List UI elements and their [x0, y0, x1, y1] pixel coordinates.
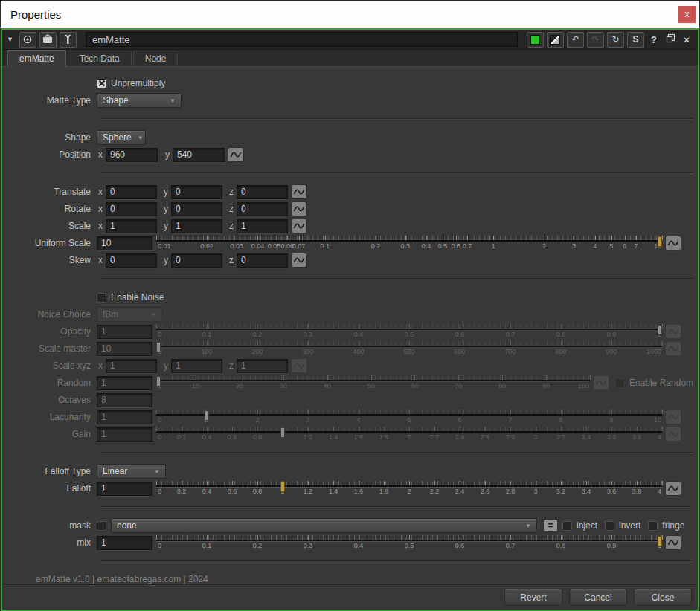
falloff-label: Falloff	[7, 483, 97, 494]
script-button[interactable]: S	[627, 32, 644, 48]
button-label: Cancel	[584, 592, 611, 603]
fringe-checkbox[interactable]	[648, 521, 658, 531]
slider-tick	[586, 427, 587, 431]
uniform-scale-field[interactable]	[97, 236, 152, 250]
help-button[interactable]: ?	[647, 34, 661, 45]
slider-tick	[409, 427, 410, 431]
translate-y-field[interactable]	[171, 185, 222, 199]
falloff-animation-button[interactable]	[665, 481, 681, 496]
inject-checkbox[interactable]	[562, 521, 572, 531]
center-node-button[interactable]	[19, 32, 36, 48]
axis-z-label: z	[229, 204, 234, 214]
slider-tick	[611, 535, 612, 540]
slider-tick	[637, 427, 638, 431]
slider-tick-label: 10	[192, 382, 199, 389]
slider-handle[interactable]	[658, 236, 662, 247]
slider-tick-label: 1	[492, 242, 495, 250]
scale-master-label: Scale master	[7, 343, 97, 354]
translate-z-field[interactable]	[237, 185, 288, 199]
mix-animation-button[interactable]	[665, 535, 681, 550]
revert-button[interactable]: Revert	[504, 589, 562, 606]
slider-handle[interactable]	[280, 482, 285, 492]
wrench-button[interactable]	[60, 32, 77, 48]
scale-animation-button[interactable]	[291, 219, 307, 233]
shape-dropdown[interactable]: Sphere ▼	[97, 130, 146, 145]
slider-tick	[611, 410, 612, 414]
position-animation-button[interactable]	[228, 147, 244, 162]
slider-tick	[625, 236, 626, 240]
mask-checkbox[interactable]	[97, 521, 106, 531]
uniform-scale-slider[interactable]: 0.010.020.030.040.050.060.070.10.20.30.4…	[156, 236, 662, 250]
mix-slider[interactable]: 00.10.20.30.40.50.60.70.80.91	[156, 535, 662, 550]
window-close-button[interactable]: x	[678, 6, 696, 23]
mask-equals-button[interactable]: =	[543, 519, 558, 532]
noise-choice-value: fBm	[103, 309, 118, 320]
undo-button[interactable]: ↶	[567, 32, 584, 48]
slider-tick-label: 300	[302, 348, 313, 355]
node-name-input[interactable]	[86, 32, 518, 47]
float-panel-button[interactable]	[664, 33, 677, 45]
slider-tick	[283, 375, 284, 380]
secondary-color-button[interactable]	[547, 32, 564, 48]
node-color-button[interactable]	[527, 32, 544, 48]
slider-tick	[662, 324, 663, 329]
slider-tick-label: 0.2	[253, 542, 263, 549]
slider-tick	[611, 324, 612, 329]
tab-node[interactable]: Node	[133, 51, 179, 66]
mix-field[interactable]	[97, 536, 152, 550]
enable-noise-checkbox[interactable]	[97, 293, 106, 303]
slider-handle[interactable]	[658, 536, 662, 546]
scale-y-field[interactable]	[171, 219, 222, 233]
translate-x-field[interactable]	[106, 185, 157, 199]
lacunarity-field	[97, 410, 152, 424]
slider-tick-label: 30	[280, 382, 287, 389]
slider-tick	[595, 236, 596, 240]
close-button[interactable]: Close	[634, 589, 692, 606]
skew-y-field[interactable]	[171, 253, 222, 268]
random-label: Random	[7, 378, 97, 388]
falloff-field[interactable]	[97, 482, 152, 496]
rotate-y-field[interactable]	[171, 202, 222, 216]
rotate-animation-button[interactable]	[291, 201, 307, 216]
scale-x-field[interactable]	[106, 219, 157, 233]
slider-tick	[611, 236, 612, 240]
matte-type-label: Matte Type	[7, 95, 97, 106]
position-y-field[interactable]	[173, 148, 225, 162]
slider-tick	[460, 341, 460, 346]
matte-type-dropdown[interactable]: Shape ▼	[97, 93, 182, 108]
axis-z-label: z	[229, 187, 234, 197]
redo-button[interactable]: ↷	[587, 32, 604, 48]
translate-animation-button[interactable]	[291, 184, 307, 199]
rotate-z-field[interactable]	[237, 202, 288, 216]
curve-icon	[667, 413, 679, 421]
uniform-scale-animation-button[interactable]	[665, 236, 681, 250]
skew-animation-button[interactable]	[291, 253, 307, 268]
slider-tick	[308, 535, 309, 540]
skew-z-field[interactable]	[237, 253, 288, 268]
slider-tick-label: 0	[158, 416, 161, 424]
slider-tick-label: 1000	[646, 348, 661, 355]
position-x-field[interactable]	[106, 148, 158, 162]
slider-tick-label: 700	[504, 348, 516, 355]
monitor-button[interactable]	[39, 32, 57, 48]
slider-tick	[574, 236, 574, 240]
panel-close-button[interactable]: ×	[680, 34, 693, 45]
revert-knobs-button[interactable]: ↻	[607, 32, 624, 48]
cancel-button[interactable]: Cancel	[569, 589, 627, 606]
falloff-slider[interactable]: 00.20.40.60.811.21.41.61.822.22.42.62.83…	[156, 481, 662, 496]
slider-tick-label: 0.3	[304, 331, 313, 338]
slider-tick	[458, 375, 459, 380]
unpremultiply-checkbox[interactable]	[97, 79, 106, 88]
slider-tick	[434, 427, 435, 431]
falloff-type-dropdown[interactable]: Linear ▼	[97, 464, 166, 479]
collapse-arrow-icon[interactable]: ▼	[7, 36, 13, 43]
tab-tech-data[interactable]: Tech Data	[68, 51, 132, 66]
rotate-x-field[interactable]	[106, 202, 157, 216]
invert-checkbox[interactable]	[605, 521, 614, 531]
scale-z-field[interactable]	[237, 219, 288, 233]
tab-emmatte[interactable]: emMatte	[7, 50, 66, 67]
slider-tick	[333, 481, 334, 485]
section-divider	[101, 278, 693, 279]
mask-dropdown[interactable]: none ▼	[111, 518, 537, 533]
skew-x-field[interactable]	[106, 253, 157, 268]
